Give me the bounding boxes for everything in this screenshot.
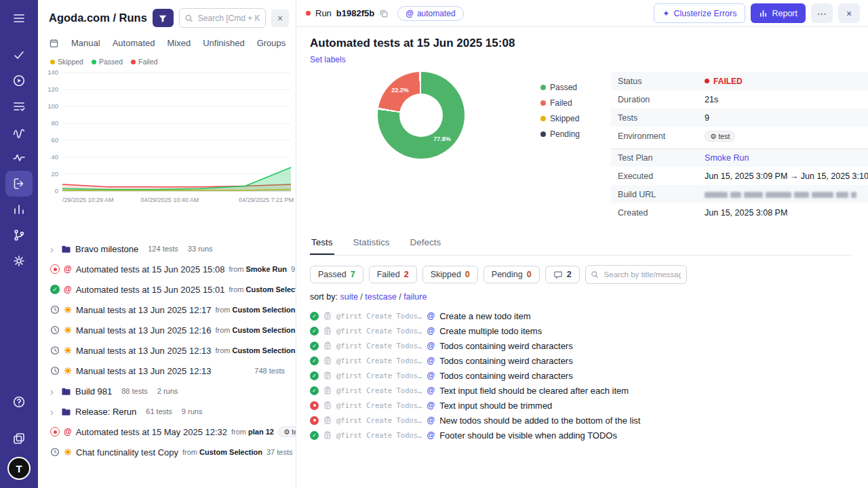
comments-filter-chip[interactable]: 2: [545, 266, 580, 283]
chart-icon[interactable]: [5, 197, 33, 222]
run-row-source: from plan 12: [231, 428, 274, 436]
automated-badge[interactable]: @ automated: [397, 6, 463, 21]
clusterize-errors-button[interactable]: ✦ Clusterize Errors: [654, 3, 745, 23]
run-row[interactable]: @Automated tests at 15 May 2025 12:32fro…: [38, 422, 296, 442]
filter-passed[interactable]: Passed 7: [310, 266, 363, 283]
test-row[interactable]: ✓@first Create Todos…@Create multiple to…: [310, 323, 852, 338]
run-row[interactable]: @Automated tests at 15 Jun 2025 15:08fro…: [38, 259, 296, 279]
folder-row[interactable]: ›Build 98188 tests2 runs: [38, 381, 296, 401]
tests-search-input[interactable]: [585, 265, 687, 284]
folder-tests-count: 61 tests: [146, 407, 172, 415]
legend-item-failed: Failed: [131, 58, 158, 66]
donut-chart: [378, 72, 465, 159]
svg-text:20: 20: [51, 170, 58, 178]
tab-unfinished[interactable]: Unfinished: [203, 38, 244, 48]
tab-statistics[interactable]: Statistics: [352, 232, 391, 255]
svg-text:140: 140: [47, 68, 58, 76]
legend-item-skipped: Skipped: [50, 58, 83, 66]
tab-manual[interactable]: Manual: [71, 38, 100, 48]
run-row[interactable]: ✓@Automated tests at 15 Jun 2025 15:01fr…: [38, 279, 296, 300]
folder-row[interactable]: ›Release: Rerun61 tests9 runs: [38, 401, 296, 422]
tab-defects[interactable]: Defects: [409, 232, 443, 255]
clock-icon: [50, 366, 60, 375]
automated-icon: @: [427, 430, 435, 440]
sort-row: sort by: suite / testcase / failure: [310, 292, 852, 302]
chevron-right-icon[interactable]: ›: [50, 406, 57, 418]
detail-row-environment: Environment⚙ test: [611, 127, 868, 145]
clock-icon: [50, 325, 60, 335]
detail-label: Created: [618, 208, 705, 218]
close-run-button[interactable]: ×: [838, 3, 860, 23]
run-id: b1982f5b: [336, 8, 374, 18]
automated-icon: @: [427, 371, 435, 380]
detail-row-build-url: Build URL: [611, 185, 868, 203]
automated-icon: @: [427, 356, 435, 365]
run-row[interactable]: Manual tests at 13 Jun 2025 12:13from Cu…: [38, 340, 296, 361]
sort-failure[interactable]: failure: [403, 292, 427, 302]
more-button[interactable]: ⋯: [811, 3, 833, 23]
list-icon[interactable]: [5, 94, 33, 119]
run-row[interactable]: Manual tests at 13 Jun 2025 12:16from Cu…: [38, 320, 296, 340]
test-suite-path: @first Create Todos…: [336, 416, 422, 424]
run-row-source: from Custom Selection: [229, 285, 296, 293]
panel-close-button[interactable]: ×: [271, 9, 289, 27]
run-row-tests-count: 748 tests: [254, 367, 288, 375]
filter-failed[interactable]: Failed 2: [369, 266, 417, 283]
test-row[interactable]: ✓@first Create Todos…@Create a new todo …: [310, 308, 852, 323]
projects-icon[interactable]: [5, 426, 33, 451]
test-row[interactable]: ✓@first Create Todos…@Text input field s…: [310, 383, 852, 398]
report-button[interactable]: Report: [751, 3, 806, 23]
app-logo[interactable]: T: [9, 458, 29, 479]
filter-skipped[interactable]: Skipped 0: [422, 266, 478, 283]
automated-icon: @: [427, 311, 435, 321]
copy-icon[interactable]: [379, 9, 389, 18]
test-row[interactable]: ✓@first Create Todos…@Footer should be v…: [310, 428, 852, 443]
passed-icon: ✓: [310, 342, 319, 350]
tab-tests[interactable]: Tests: [310, 232, 334, 255]
play-icon[interactable]: [5, 68, 33, 94]
check-icon[interactable]: [5, 42, 33, 68]
run-row[interactable]: Manual tests at 13 Jun 2025 12:13748 tes…: [38, 361, 296, 381]
chevron-right-icon[interactable]: ›: [50, 386, 57, 397]
manual-icon: [64, 326, 72, 334]
tab-mixed[interactable]: Mixed: [167, 38, 191, 48]
pulse-icon[interactable]: [5, 145, 33, 171]
tab-groups[interactable]: Groups: [257, 38, 286, 48]
menu-icon[interactable]: [5, 5, 33, 31]
test-row[interactable]: ✓@first Create Todos…@Todos containing w…: [310, 338, 852, 353]
run-row[interactable]: Chat functinality test Copyfrom Custom S…: [38, 442, 296, 462]
sort-testcase[interactable]: testcase: [365, 292, 397, 302]
test-doc-icon: [323, 312, 332, 320]
branch-icon[interactable]: [5, 222, 33, 248]
test-row[interactable]: @first Create Todos…@Text input should b…: [310, 398, 852, 413]
help-icon[interactable]: [5, 389, 33, 415]
detail-row-tests: Tests9: [611, 108, 868, 127]
svg-text:/29/2025 10:29 AM: /29/2025 10:29 AM: [62, 197, 114, 203]
donut-legend: PassedFailedSkippedPending: [540, 83, 580, 222]
sparkles-icon: ✦: [663, 9, 669, 18]
run-row-title: Automated tests at 15 May 2025 12:32: [76, 427, 227, 437]
chevron-right-icon[interactable]: ›: [50, 243, 57, 255]
env-badge: ⚙ test: [278, 426, 296, 437]
test-row[interactable]: @first Create Todos…@New todos should be…: [310, 413, 852, 428]
svg-text:60: 60: [51, 136, 58, 144]
folder-row[interactable]: ›Bravo milestone124 tests33 runs: [38, 239, 296, 259]
environment-badge[interactable]: ⚙ test: [705, 131, 735, 142]
launch-icon[interactable]: [5, 171, 33, 197]
status-value: FAILED: [713, 77, 743, 86]
tab-automated[interactable]: Automated: [113, 38, 155, 48]
test-doc-icon: [323, 431, 332, 439]
test-plan-link[interactable]: Smoke Run: [705, 153, 749, 163]
signature-icon[interactable]: [5, 119, 33, 145]
clock-icon: [50, 346, 60, 355]
filter-button[interactable]: [153, 9, 174, 27]
set-labels-link[interactable]: Set labels: [310, 55, 346, 64]
run-row[interactable]: Manual tests at 13 Jun 2025 12:17from Cu…: [38, 300, 296, 320]
detail-row-executed: ExecutedJun 15, 2025 3:09 PM → Jun 15, 2…: [611, 167, 868, 185]
test-doc-icon: [323, 357, 332, 365]
test-row[interactable]: ✓@first Create Todos…@Todos containing w…: [310, 353, 852, 368]
filter-pending[interactable]: Pending 0: [484, 266, 540, 283]
test-row[interactable]: ✓@first Create Todos…@Todos containing w…: [310, 368, 852, 383]
sort-suite[interactable]: suite: [340, 292, 357, 302]
gear-icon[interactable]: [5, 248, 33, 274]
